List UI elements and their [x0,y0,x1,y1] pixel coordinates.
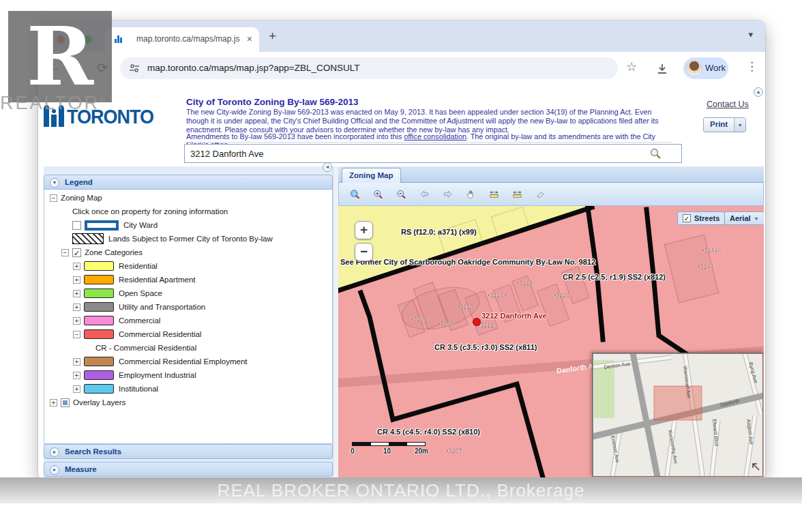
collapse-sidebar-button[interactable]: ◂ [323,162,332,172]
expand-node-icon[interactable]: + [73,358,80,366]
tree-item-label: Click once on property for zoning inform… [72,207,228,216]
tree-item-employment-industrial[interactable]: +Employment Industrial [44,368,332,382]
zone-color-swatch [84,302,114,312]
url-text: map.toronto.ca/maps/map.jsp?app=ZBL_CONS… [147,63,360,73]
pan-button[interactable] [462,185,480,203]
collapse-node-icon[interactable]: − [61,249,69,256]
collapse-node-icon[interactable]: − [73,331,80,338]
site-settings-icon[interactable] [128,62,140,77]
tree-item-zone-categories[interactable]: −✓Zone Categories [44,246,332,259]
search-input[interactable] [184,144,682,163]
legend-panel-header[interactable]: ▾ Legend [44,175,333,190]
expand-node-icon[interactable]: + [73,263,80,270]
map-canvas[interactable]: RS (f12.0; a371) (x99)See Former City of… [338,206,764,477]
expand-node-icon[interactable]: + [73,276,80,284]
aerial-dropdown[interactable]: Aerial ▼ [724,211,764,225]
tab-title: map.toronto.ca/maps/map.jsp [136,34,240,44]
screenshot-stage: map.toronto.ca/maps/map.jsp × + ▾ ← → ⟳ … [0,0,802,532]
tree-item-utility-and-transportation[interactable]: +Utility and Transportation [44,300,332,314]
tab-close-icon[interactable]: × [247,33,252,44]
tree-item-commercial-residential[interactable]: −Commercial Residential [44,327,332,341]
tab-favicon-icon [113,34,124,48]
measure-area-button[interactable] [508,185,526,203]
tree-item-city-ward[interactable]: City Ward [44,218,332,232]
print-button[interactable]: Print ▼ [703,117,746,132]
expand-node-icon[interactable]: + [50,399,57,407]
tree-item-open-space[interactable]: +Open Space [44,286,332,300]
clear-graphics-button[interactable] [531,185,550,203]
panel-header-search-results[interactable]: ▸Search Results [44,444,333,459]
expand-node-icon[interactable]: + [73,290,80,297]
legend-tree: −Zoning MapClick once on property for zo… [44,190,333,444]
search-icon[interactable] [649,147,662,162]
parcel-label-3244A: •3244A [702,247,722,254]
tree-item-zoning-map[interactable]: −Zoning Map [44,191,332,205]
parcel-label-3214A: •3214A [488,292,507,299]
bookmark-star-icon[interactable]: ☆ [626,59,637,74]
tree-item-residential-apartment[interactable]: +Residential Apartment [44,273,332,286]
address-bar[interactable]: map.toronto.ca/maps/map.jsp?app=ZBL_CONS… [120,57,618,79]
zoom-in-button[interactable] [369,185,387,203]
collapse-node-icon[interactable]: − [50,194,57,202]
tree-item-label: Institutional [119,385,158,393]
zone-color-swatch [84,261,114,271]
download-icon[interactable] [655,62,669,78]
brokerage-watermark-band: REAL BROKER ONTARIO LTD., Brokerage [0,477,802,503]
realtor-wordmark: REALTOR® [0,93,107,114]
panel-expand-icon[interactable]: ▸ [50,447,59,457]
expand-node-icon[interactable]: + [73,372,80,379]
zoom-extent-button[interactable] [346,185,364,203]
measure-distance-icon [489,186,499,203]
zoom-out-button[interactable] [392,185,411,203]
map-zoom-out-button[interactable]: − [355,243,373,261]
tree-item-label: Residential Apartment [119,276,196,284]
streets-toggle[interactable]: ✓ Streets [677,211,725,225]
overview-inset-map[interactable]: Denton AveWanstead AveByng AveDanforthAu… [592,353,763,477]
browser-menu-icon[interactable]: ⋮ [746,59,758,74]
tree-item-cr-commercial-residential[interactable]: CR - Commercial Residential [44,341,332,355]
next-extent-button[interactable] [439,185,457,203]
tree-item-residential[interactable]: +Residential [44,259,332,273]
browser-tab[interactable]: map.toronto.ca/maps/map.jsp × [105,27,259,52]
zone-color-swatch [84,357,114,366]
zoom-out-icon [396,186,406,203]
layer-checkbox[interactable] [61,398,70,407]
expand-node-icon[interactable]: + [73,304,80,311]
collapse-header-button[interactable]: ▴ [754,87,763,97]
map-zoom-in-button[interactable]: + [355,221,373,239]
expand-node-icon[interactable]: + [73,385,80,393]
tab-zoning-map[interactable]: Zoning Map [342,168,401,183]
tree-item-commercial-residential-employment[interactable]: +Commercial Residential Employment [44,355,332,368]
map-tab-strip [338,166,764,183]
layer-checkbox[interactable]: ✓ [72,248,81,257]
print-dropdown-icon[interactable]: ▼ [734,118,745,132]
zone-label: CR 4.5 (c4.5; r4.0) SS2 (x810) [377,428,480,436]
browser-window: map.toronto.ca/maps/map.jsp × + ▾ ← → ⟳ … [38,20,765,480]
zone-color-swatch [84,275,114,284]
expand-node-icon[interactable]: + [73,317,80,325]
office-consolidation-link[interactable]: office consolidation [404,132,466,141]
tree-item-label: Overlay Layers [73,398,125,407]
contact-us-link[interactable]: Contact Us [707,100,749,109]
tree-item-click-once-on-property-for-zoning-information[interactable]: Click once on property for zoning inform… [44,205,332,218]
panel-expand-icon[interactable]: ▸ [50,465,59,475]
bylaw-description: The new City-wide Zoning By-law 569-2013… [186,108,676,134]
inset-resize-icon[interactable] [751,462,760,474]
panel-header-measure[interactable]: ▸Measure [44,462,333,477]
measure-distance-button[interactable] [485,185,503,203]
previous-extent-button[interactable] [415,185,434,203]
sidebar-splitter[interactable] [333,166,338,477]
legend-collapse-icon[interactable]: ▾ [50,178,59,188]
tree-item-commercial[interactable]: +Commercial [44,314,332,327]
tree-item-lands-subject-to-former-city-of-toronto-by-law[interactable]: Lands Subject to Former City of Toronto … [44,232,332,246]
tab-search-chevron-icon[interactable]: ▾ [748,29,753,40]
brokerage-text: REAL BROKER ONTARIO LTD., Brokerage [218,480,585,501]
new-tab-button[interactable]: + [269,29,276,44]
layer-checkbox[interactable] [72,221,81,230]
tree-item-overlay-layers[interactable]: +Overlay Layers [44,396,332,409]
map-panel: Zoning Map [338,166,764,477]
scale-tick-0: 0 [351,447,355,455]
streets-checkbox[interactable]: ✓ [683,214,691,222]
tree-item-institutional[interactable]: +Institutional [44,382,332,396]
profile-chip[interactable]: Work [683,57,728,79]
